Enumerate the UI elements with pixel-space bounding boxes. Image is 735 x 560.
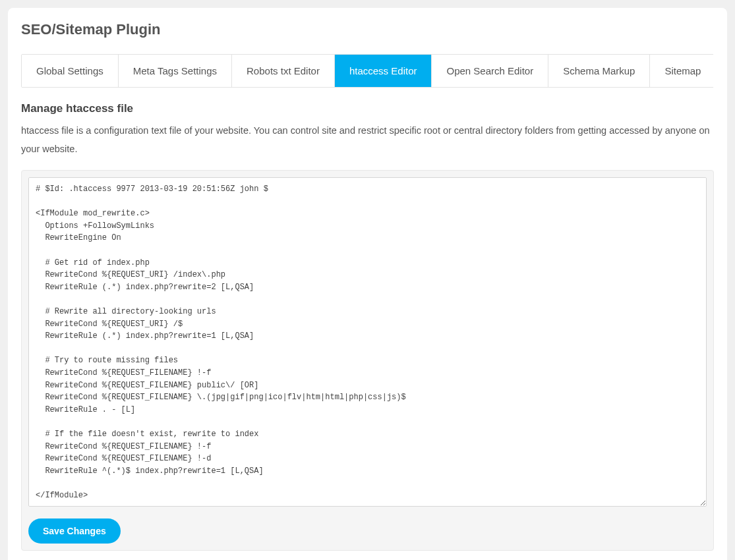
section-title: Manage htaccess file — [21, 102, 714, 115]
tabs-bar: Global Settings Meta Tags Settings Robot… — [21, 54, 714, 88]
section-description: htaccess file is a configuration text fi… — [21, 122, 714, 158]
tab-meta-tags-settings[interactable]: Meta Tags Settings — [119, 55, 232, 87]
tab-schema-markup[interactable]: Schema Markup — [548, 55, 650, 87]
tab-sitemap[interactable]: Sitemap — [650, 55, 715, 87]
settings-card: SEO/Sitemap Plugin Global Settings Meta … — [8, 8, 727, 560]
editor-panel: Save Changes — [21, 170, 714, 551]
tab-htaccess-editor[interactable]: htaccess Editor — [335, 55, 432, 87]
htaccess-textarea[interactable] — [28, 177, 707, 507]
tab-robots-txt-editor[interactable]: Robots txt Editor — [232, 55, 335, 87]
page-title: SEO/Sitemap Plugin — [21, 21, 714, 38]
tab-open-search-editor[interactable]: Open Search Editor — [432, 55, 548, 87]
tab-global-settings[interactable]: Global Settings — [22, 55, 119, 87]
save-button[interactable]: Save Changes — [28, 518, 121, 544]
